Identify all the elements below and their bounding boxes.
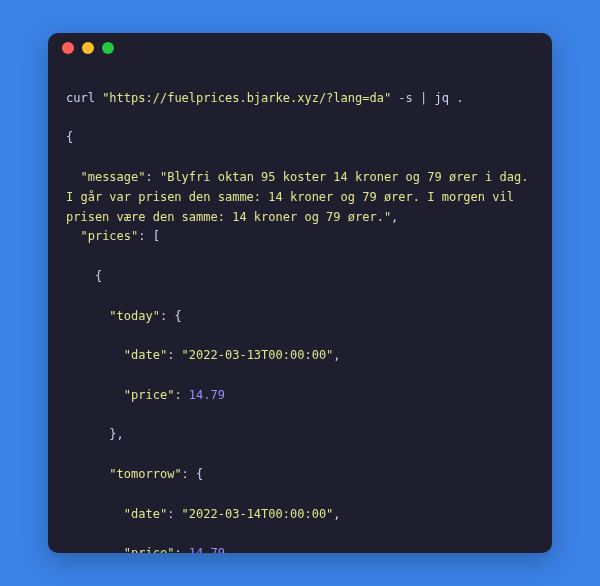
prices-line: "prices": [: [66, 227, 534, 247]
price-key: "price": [124, 388, 175, 402]
tomorrow-key: "tomorrow": [109, 467, 181, 481]
date-key: "date": [124, 348, 167, 362]
today-price: 14.79: [189, 388, 225, 402]
today-price-line: "price": 14.79: [66, 386, 534, 406]
titlebar: [48, 33, 552, 63]
today-close: },: [66, 425, 534, 445]
date-key: "date": [124, 507, 167, 521]
message-line: "message": "Blyfri oktan 95 koster 14 kr…: [66, 170, 536, 224]
tomorrow-line: "tomorrow": {: [66, 465, 534, 485]
message-key: "message": [80, 170, 145, 184]
prices-key: "prices": [80, 229, 138, 243]
tomorrow-price-line: "price": 14.79: [66, 544, 534, 553]
tomorrow-date-line: "date": "2022-03-14T00:00:00",: [66, 505, 534, 525]
open-brace: {: [66, 128, 534, 148]
today-key: "today": [109, 309, 160, 323]
pipe: |: [420, 91, 427, 105]
array-open: {: [66, 267, 534, 287]
command-line: curl "https://fuelprices.bjarke.xyz/?lan…: [66, 89, 534, 109]
minimize-icon[interactable]: [82, 42, 94, 54]
terminal-window: curl "https://fuelprices.bjarke.xyz/?lan…: [48, 33, 552, 553]
terminal-content: curl "https://fuelprices.bjarke.xyz/?lan…: [48, 63, 552, 553]
tomorrow-date: "2022-03-14T00:00:00": [182, 507, 334, 521]
jq-command: jq: [435, 91, 449, 105]
price-key: "price": [124, 546, 175, 553]
today-date: "2022-03-13T00:00:00": [182, 348, 334, 362]
flag: -s: [398, 91, 412, 105]
curl-command: curl: [66, 91, 95, 105]
jq-arg: .: [456, 91, 463, 105]
today-date-line: "date": "2022-03-13T00:00:00",: [66, 346, 534, 366]
close-icon[interactable]: [62, 42, 74, 54]
today-line: "today": {: [66, 307, 534, 327]
tomorrow-price: 14.79: [189, 546, 225, 553]
url: "https://fuelprices.bjarke.xyz/?lang=da": [102, 91, 391, 105]
maximize-icon[interactable]: [102, 42, 114, 54]
